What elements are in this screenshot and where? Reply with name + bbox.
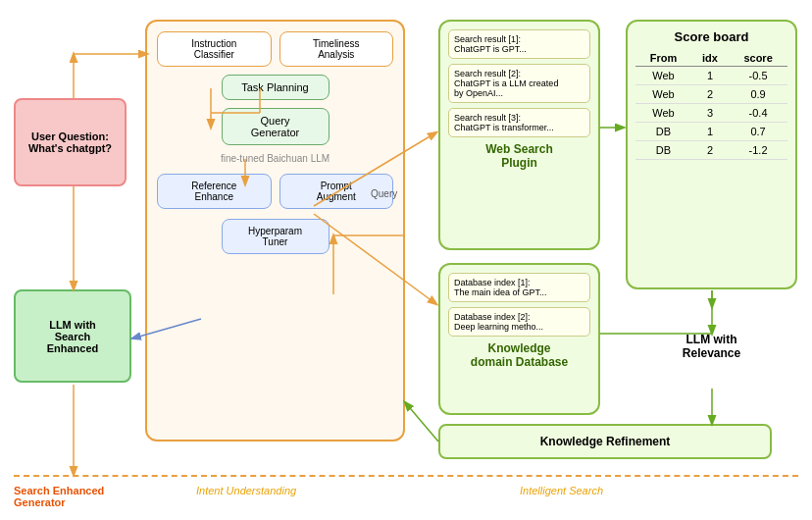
query-label: Query bbox=[371, 188, 397, 199]
timeliness-analysis-label: Timeliness Analysis bbox=[313, 38, 359, 60]
search-result-2: Search result [2]: ChatGPT is a LLM crea… bbox=[448, 64, 590, 103]
reference-enhance-box: Reference Enhance bbox=[157, 174, 272, 209]
search-result-3: Search result [3]: ChatGPT is transforme… bbox=[448, 108, 590, 137]
llm-search-line3: Enhanced bbox=[47, 342, 99, 354]
knowledge-db-title: Knowledge domain Database bbox=[448, 341, 590, 369]
table-cell-idx: 2 bbox=[691, 85, 729, 104]
table-cell-score: -0.4 bbox=[729, 104, 787, 123]
col-idx: idx bbox=[691, 50, 729, 67]
table-cell-score: -0.5 bbox=[729, 67, 787, 85]
table-row: DB2-1.2 bbox=[635, 141, 787, 160]
fine-tuned-label: fine-tuned Baichuan LLM bbox=[157, 153, 393, 164]
diagram-container: User Question: What's chatgpt? LLM with … bbox=[0, 0, 812, 520]
query-generator-box: Query Generator bbox=[222, 108, 330, 145]
table-cell-idx: 2 bbox=[691, 141, 729, 160]
col-score: score bbox=[729, 50, 787, 67]
table-row: DB10.7 bbox=[635, 123, 787, 141]
table-cell-from: Web bbox=[635, 85, 691, 104]
llm-search-box: LLM with Search Enhanced bbox=[14, 289, 131, 383]
query-generator-label: Query Generator bbox=[251, 115, 300, 138]
user-question-label: User Question: bbox=[28, 130, 112, 142]
bottom-label-intelligent: Intelligent Search bbox=[520, 485, 603, 496]
table-cell-score: 0.9 bbox=[729, 85, 787, 104]
task-planning-label: Task Planning bbox=[241, 81, 309, 93]
table-cell-from: DB bbox=[635, 123, 691, 141]
col-from: From bbox=[635, 50, 691, 67]
scoreboard-box: Score board From idx score Web1-0.5Web20… bbox=[626, 20, 797, 289]
task-planning-box: Task Planning bbox=[222, 75, 330, 100]
llm-relevance-line2: Relevance bbox=[683, 346, 740, 360]
table-cell-from: Web bbox=[635, 67, 691, 85]
scoreboard-table: From idx score Web1-0.5Web20.9Web3-0.4DB… bbox=[635, 50, 787, 160]
table-cell-idx: 1 bbox=[691, 123, 729, 141]
instruction-classifier-label: Instruction Classifier bbox=[191, 38, 236, 60]
table-row: Web3-0.4 bbox=[635, 104, 787, 123]
timeliness-analysis-box: Timeliness Analysis bbox=[279, 31, 394, 67]
table-cell-score: -1.2 bbox=[729, 141, 787, 160]
llm-search-line1: LLM with bbox=[49, 319, 96, 331]
hyperparam-tuner-label: Hyperparam Tuner bbox=[248, 226, 302, 247]
knowledge-db-box: Database index [1]: The main idea of GPT… bbox=[438, 263, 600, 415]
table-row: Web1-0.5 bbox=[635, 67, 787, 85]
knowledge-refinement-label: Knowledge Refinement bbox=[540, 435, 671, 448]
table-cell-from: DB bbox=[635, 141, 691, 160]
hyperparam-tuner-box: Hyperparam Tuner bbox=[222, 219, 330, 254]
reference-enhance-label: Reference Enhance bbox=[191, 181, 236, 202]
bottom-label-intent: Intent Understanding bbox=[196, 485, 296, 496]
bottom-label-search-enhanced: Search Enhanced Generator bbox=[14, 485, 104, 508]
table-cell-idx: 1 bbox=[691, 67, 729, 85]
instruction-classifier-box: Instruction Classifier bbox=[157, 31, 272, 67]
llm-relevance-box: LLM with Relevance bbox=[626, 304, 797, 388]
db-result-1: Database index [1]: The main idea of GPT… bbox=[448, 273, 590, 302]
knowledge-refinement-box: Knowledge Refinement bbox=[438, 424, 772, 459]
svg-line-14 bbox=[405, 402, 438, 442]
bottom-dashed-line bbox=[14, 475, 798, 477]
db-result-2: Database index [2]: Deep learning metho.… bbox=[448, 307, 590, 337]
search-result-1: Search result [1]: ChatGPT is GPT... bbox=[448, 29, 590, 59]
web-search-box: Search result [1]: ChatGPT is GPT... Sea… bbox=[438, 20, 600, 250]
main-center-box: Instruction Classifier Timeliness Analys… bbox=[145, 20, 405, 442]
user-question-box: User Question: What's chatgpt? bbox=[14, 98, 127, 186]
scoreboard-title: Score board bbox=[635, 29, 787, 44]
llm-search-line2: Search bbox=[55, 331, 91, 342]
llm-relevance-line1: LLM with bbox=[686, 333, 737, 346]
prompt-augment-label: Prompt Augment bbox=[317, 181, 356, 202]
table-row: Web20.9 bbox=[635, 85, 787, 104]
table-cell-idx: 3 bbox=[691, 104, 729, 123]
table-cell-from: Web bbox=[635, 104, 691, 123]
web-search-title: Web Search Plugin bbox=[448, 142, 590, 170]
user-question-text: What's chatgpt? bbox=[28, 142, 112, 154]
table-cell-score: 0.7 bbox=[729, 123, 787, 141]
